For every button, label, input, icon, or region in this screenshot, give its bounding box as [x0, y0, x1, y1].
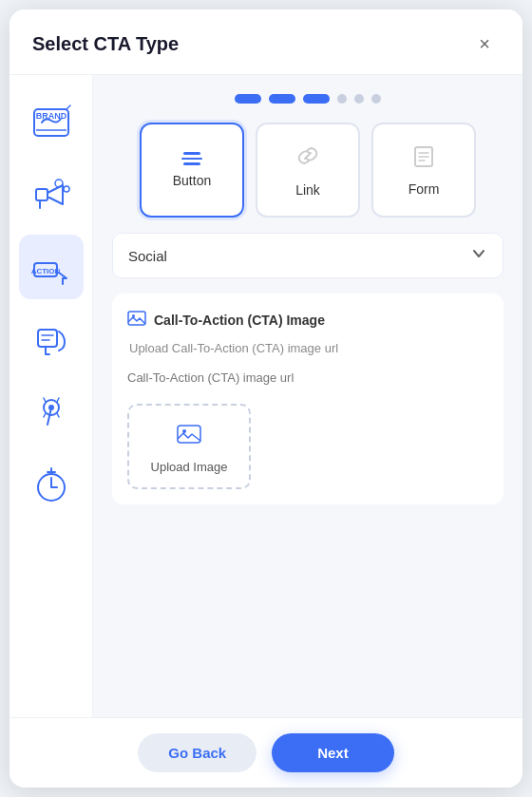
cta-image-url-input[interactable] — [127, 365, 488, 390]
cta-image-subtitle: Upload Call-To-Action (CTA) image url — [129, 341, 488, 355]
link-icon — [294, 142, 321, 175]
svg-point-9 — [48, 405, 54, 410]
close-button[interactable]: × — [469, 28, 500, 59]
step-5 — [354, 94, 364, 104]
svg-text:ACTION: ACTION — [30, 267, 60, 275]
modal-title: Select CTA Type — [32, 33, 179, 55]
cta-type-cards: Button Link — [112, 123, 504, 218]
sidebar-item-announce[interactable] — [19, 307, 84, 371]
svg-text:BRAND: BRAND — [35, 111, 66, 121]
step-4 — [337, 94, 347, 104]
cta-card-button[interactable]: Button — [140, 123, 244, 218]
form-icon — [411, 144, 436, 174]
svg-rect-7 — [38, 330, 57, 347]
step-2 — [269, 94, 295, 104]
svg-rect-12 — [128, 312, 145, 325]
step-6 — [371, 94, 381, 104]
svg-point-4 — [64, 186, 69, 192]
button-icon — [181, 152, 202, 165]
svg-rect-14 — [178, 426, 200, 443]
sidebar-item-action[interactable]: ACTION — [19, 235, 84, 299]
sidebar-item-brand[interactable]: BRAND — [19, 90, 84, 155]
upload-label: Upload Image — [151, 460, 228, 474]
image-header-icon — [127, 309, 146, 332]
cta-card-link[interactable]: Link — [256, 123, 360, 218]
step-1 — [235, 94, 261, 104]
sidebar-item-timer[interactable] — [19, 451, 84, 516]
svg-point-3 — [55, 180, 63, 187]
dropdown-label: Social — [128, 248, 167, 264]
sidebar-item-magic[interactable] — [19, 379, 84, 444]
sidebar-item-megaphone[interactable] — [19, 162, 84, 227]
modal-body: BRAND ACTION — [10, 75, 522, 717]
modal-footer: Go Back Next — [10, 717, 522, 788]
cta-image-section: Call-To-Action (CTA) Image Upload Call-T… — [112, 294, 504, 504]
cta-link-label: Link — [295, 182, 320, 198]
cta-image-header: Call-To-Action (CTA) Image — [127, 309, 488, 332]
cta-card-form[interactable]: Form — [371, 123, 476, 218]
cta-image-title: Call-To-Action (CTA) Image — [154, 313, 325, 328]
dropdown-arrow-icon — [470, 245, 487, 266]
cta-form-label: Form — [408, 181, 440, 197]
steps-indicator — [112, 94, 504, 104]
svg-rect-2 — [36, 189, 48, 200]
main-content: Button Link — [93, 75, 522, 717]
step-3 — [303, 94, 330, 104]
next-button[interactable]: Next — [272, 733, 394, 772]
sidebar: BRAND ACTION — [10, 75, 93, 717]
select-cta-modal: Select CTA Type × BRAND — [10, 9, 522, 788]
upload-image-box[interactable]: Upload Image — [127, 404, 251, 489]
cta-button-label: Button — [173, 173, 211, 188]
social-dropdown[interactable]: Social — [112, 233, 504, 278]
modal-header: Select CTA Type × — [10, 9, 522, 75]
go-back-button[interactable]: Go Back — [138, 733, 256, 772]
upload-icon — [176, 420, 202, 452]
